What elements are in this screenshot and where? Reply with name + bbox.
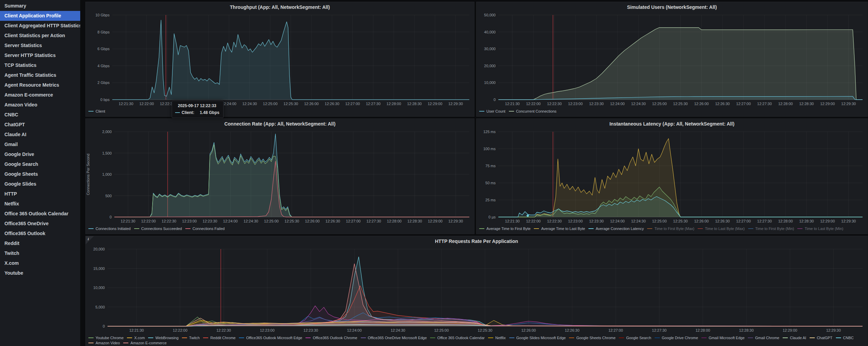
- sidebar-item-agent-traffic-statistics[interactable]: Agent Traffic Statistics: [0, 70, 80, 80]
- sidebar-item-gmail[interactable]: Gmail: [0, 140, 80, 149]
- sidebar-item-youtube[interactable]: Youtube: [0, 268, 80, 278]
- svg-text:12:25:00: 12:25:00: [652, 219, 667, 223]
- legend-item-time-to-last-byte-max[interactable]: Time to Last Byte (Max): [698, 227, 744, 231]
- connection-rate-chart[interactable]: 12:21:3012:22:0012:22:3012:23:0012:23:30…: [86, 128, 474, 225]
- svg-text:12:27:00: 12:27:00: [345, 102, 360, 106]
- sidebar-item-server-http-statistics[interactable]: Server HTTP Statistics: [0, 51, 80, 60]
- connection_rate-plot[interactable]: 12:21:3012:22:0012:22:3012:23:0012:23:30…: [86, 128, 474, 225]
- sidebar-item-twitch[interactable]: Twitch: [0, 248, 80, 258]
- sidebar-item-google-slides[interactable]: Google Slides: [0, 179, 80, 189]
- svg-text:12:26:30: 12:26:30: [715, 102, 730, 106]
- sidebar-item-office-365-outlook-calendar[interactable]: Office 365 Outlook Calendar: [0, 209, 80, 219]
- legend-item-time-to-last-byte-min[interactable]: Time to Last Byte (Min): [797, 227, 843, 231]
- legend-label: Google Sheets Chrome: [576, 336, 615, 340]
- legend-item-time-to-first-byte-min[interactable]: Time to First Byte (Min): [748, 227, 794, 231]
- legend-item-x-com[interactable]: X.com: [127, 336, 145, 340]
- legend-item-netflix[interactable]: Netflix: [488, 336, 506, 340]
- throughput-legend: Client: [86, 108, 474, 114]
- legend-item-average-connection-latency[interactable]: Average Connection Latency: [588, 227, 644, 231]
- svg-text:0: 0: [103, 324, 105, 328]
- legend-item-google-sheets-chrome[interactable]: Google Sheets Chrome: [569, 336, 615, 340]
- legend-item-office-365-outlook-calendar[interactable]: Office 365 Outlook Calendar: [430, 336, 485, 340]
- sidebar-item-amazon-video[interactable]: Amazon Video: [0, 100, 80, 110]
- sidebar-item-google-search[interactable]: Google Search: [0, 159, 80, 169]
- legend-dash: [748, 337, 753, 338]
- sidebar-item-client-statistics-per-action[interactable]: Client Statistics per Action: [0, 31, 80, 41]
- sidebar-item-x-com[interactable]: X.com: [0, 258, 80, 268]
- legend-item-gmail-chrome[interactable]: Gmail Chrome: [748, 336, 779, 340]
- svg-text:12:22:30: 12:22:30: [216, 328, 231, 332]
- sidebar-item-google-drive[interactable]: Google Drive: [0, 149, 80, 159]
- panel-title-connection-rate: Connection Rate (App: All, NetworkSegmen…: [86, 120, 474, 128]
- sidebar-item-claude-ai[interactable]: Claude AI: [0, 130, 80, 140]
- sidebar-item-netflix[interactable]: Netflix: [0, 199, 80, 209]
- legend-item-google-drive-chrome[interactable]: Google Drive Chrome: [655, 336, 698, 340]
- throughput-plot[interactable]: 12:21:3012:22:0012:22:3012:23:0012:23:30…: [86, 11, 474, 108]
- sidebar-item-summary[interactable]: Summary: [0, 1, 80, 11]
- legend-item-amazon-video[interactable]: Amazon Video: [88, 341, 120, 345]
- http_requests-plot[interactable]: 12:21:3012:22:0012:22:3012:23:0012:23:30…: [86, 245, 867, 334]
- sidebar-item-http[interactable]: HTTP: [0, 189, 80, 199]
- sidebar-item-tcp-statistics[interactable]: TCP Statistics: [0, 60, 80, 70]
- sidebar-item-cnbc[interactable]: CNBC: [0, 110, 80, 120]
- legend-item-webbrowsing[interactable]: WebBrowsing: [148, 336, 179, 340]
- simulated_users-plot[interactable]: 12:21:3012:22:0012:22:3012:23:0012:23:30…: [476, 11, 867, 108]
- sidebar-item-agent-resource-metrics[interactable]: Agent Resource Metrics: [0, 80, 80, 90]
- legend-item-chatgpt[interactable]: ChatGPT: [810, 336, 833, 340]
- sidebar-item-amazon-e-commerce[interactable]: Amazon E-commerce: [0, 90, 80, 100]
- sidebar-item-office365-onedrive[interactable]: Office365 OneDrive: [0, 219, 80, 229]
- legend-item-connections-initiated[interactable]: Connections Initiated: [88, 227, 131, 231]
- svg-text:30,000: 30,000: [484, 47, 496, 51]
- legend-item-google-search[interactable]: Google Search: [619, 336, 651, 340]
- svg-text:12:29:00: 12:29:00: [428, 219, 443, 223]
- svg-text:12:23:00: 12:23:00: [568, 219, 583, 223]
- legend-item-youtube-chrome[interactable]: Youtube Chrome: [88, 336, 124, 340]
- sidebar-item-reddit[interactable]: Reddit: [0, 239, 80, 248]
- legend-label: Google Search: [626, 336, 651, 340]
- sidebar-item-client-application-profile[interactable]: Client Application Profile: [0, 11, 80, 21]
- legend-item-google-slides-microsoft-edge[interactable]: Google Slides Microsoft Edge: [509, 336, 566, 340]
- legend-item-average-time-to-first-byte[interactable]: Average Time to First Byte: [479, 227, 530, 231]
- legend-label: Office 365 Outlook Calendar: [437, 336, 485, 340]
- legend-item-claude-ai[interactable]: Claude AI: [783, 336, 806, 340]
- legend-label: Time to First Byte (Max): [654, 227, 694, 231]
- svg-text:12:23:30: 12:23:30: [203, 219, 217, 223]
- sidebar-item-client-aggregated-http-statistics[interactable]: Client Aggregated HTTP Statistics: [0, 21, 80, 31]
- legend-dash: [185, 228, 190, 229]
- latency-chart[interactable]: 12:21:3012:22:0012:22:3012:23:0012:23:30…: [476, 128, 867, 225]
- legend-item-time-to-first-byte-max[interactable]: Time to First Byte (Max): [647, 227, 694, 231]
- sidebar-item-office365-outlook[interactable]: Office365 Outlook: [0, 229, 80, 239]
- svg-text:2,000: 2,000: [102, 130, 112, 134]
- legend-item-reddit-chrome[interactable]: Reddit Chrome: [203, 336, 236, 340]
- sidebar-item-server-statistics[interactable]: Server Statistics: [0, 41, 80, 51]
- svg-text:5,000: 5,000: [95, 305, 105, 309]
- legend-item-gmail-microsoft-edge[interactable]: Gmail Microsoft Edge: [701, 336, 744, 340]
- legend-item-office365-onedrive-microsoft-edge[interactable]: Office365 OneDrive Microsoft Edge: [361, 336, 427, 340]
- legend-item-cnbc[interactable]: CNBC: [836, 336, 854, 340]
- legend-item-average-time-to-last-byte[interactable]: Average Time to Last Byte: [534, 227, 585, 231]
- legend-item-user-count[interactable]: User Count: [479, 109, 506, 113]
- legend-item-client[interactable]: Client: [88, 109, 105, 113]
- simulated-users-chart[interactable]: 12:21:3012:22:0012:22:3012:23:0012:23:30…: [476, 11, 867, 108]
- latency-plot[interactable]: 12:21:3012:22:0012:22:3012:23:0012:23:30…: [476, 128, 867, 225]
- sidebar: SummaryClient Application ProfileClient …: [0, 0, 80, 346]
- svg-text:50 ms: 50 ms: [485, 181, 496, 185]
- legend-item-concurrent-connections[interactable]: Concurrent Connections: [509, 109, 557, 113]
- sidebar-item-chatgpt[interactable]: ChatGPT: [0, 120, 80, 130]
- svg-text:12:21:30: 12:21:30: [505, 102, 520, 106]
- legend-item-office365-outlook-chrome[interactable]: Office365 Outlook Chrome: [305, 336, 357, 340]
- panel-info-corner[interactable]: [86, 236, 94, 244]
- legend-item-twitch[interactable]: Twitch: [182, 336, 200, 340]
- svg-text:12:26:00: 12:26:00: [521, 328, 536, 332]
- svg-text:12:29:30: 12:29:30: [841, 102, 856, 106]
- legend-item-amazon-e-commerce[interactable]: Amazon E-commerce: [123, 341, 167, 345]
- legend-item-office365-outlook-microsoft-edge[interactable]: Office365 Outlook Microsoft Edge: [239, 336, 302, 340]
- legend-item-connections-succeeded[interactable]: Connections Succeeded: [134, 227, 182, 231]
- legend-item-connections-failed[interactable]: Connections Failed: [185, 227, 225, 231]
- legend-label: Twitch: [189, 336, 200, 340]
- sidebar-item-google-sheets[interactable]: Google Sheets: [0, 169, 80, 179]
- throughput-chart[interactable]: 12:21:3012:22:0012:22:3012:23:0012:23:30…: [86, 11, 474, 108]
- svg-text:12:26:00: 12:26:00: [304, 102, 319, 106]
- http-requests-chart[interactable]: 12:21:3012:22:0012:22:3012:23:0012:23:30…: [86, 245, 867, 334]
- legend-dash: [123, 343, 128, 343]
